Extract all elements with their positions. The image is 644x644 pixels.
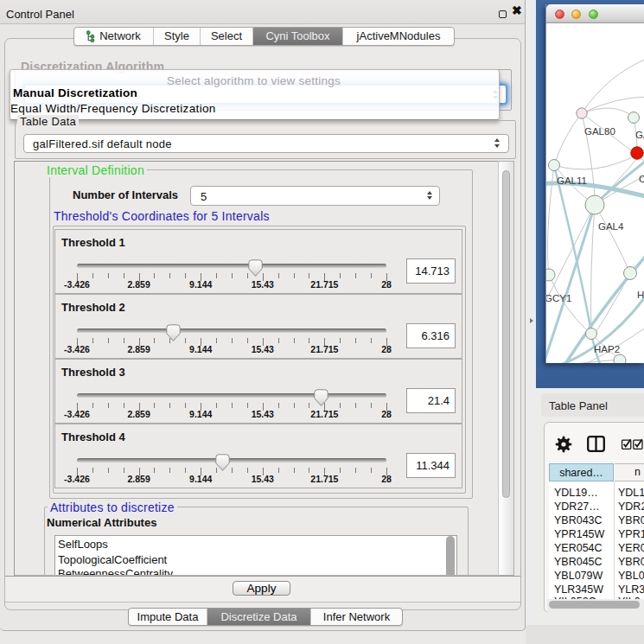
svg-text:HAP2: HAP2	[594, 344, 620, 354]
svg-text:C: C	[639, 174, 644, 184]
svg-text:GAL4: GAL4	[598, 221, 624, 232]
svg-text:GAL11: GAL11	[557, 175, 587, 186]
svg-text:GCY1: GCY1	[546, 293, 571, 303]
svg-text:GA: GA	[635, 130, 644, 140]
svg-text:GAL80: GAL80	[584, 126, 615, 137]
svg-text:H: H	[637, 290, 644, 300]
